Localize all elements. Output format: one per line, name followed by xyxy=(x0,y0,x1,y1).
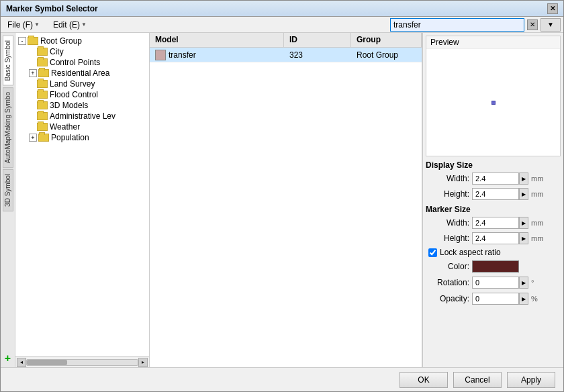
marker-size-section: Marker Size Width: ▶ mm Height: ▶ mm xyxy=(426,203,561,245)
marker-height-stepper-group: ▶ xyxy=(472,232,528,244)
tree-label-3d-models: 3D Models xyxy=(50,101,88,110)
tree-horizontal-scrollbar[interactable]: ◂ ▸ xyxy=(15,356,149,367)
display-width-input[interactable] xyxy=(472,173,519,185)
tree-label-residential: Residential Area xyxy=(51,68,109,78)
tree-item-3d-models[interactable]: 3D Models xyxy=(18,100,146,111)
opacity-row: Opacity: ▶ % xyxy=(426,292,561,305)
close-button[interactable]: ✕ xyxy=(547,3,558,14)
add-symbol-button[interactable]: + xyxy=(2,352,14,364)
tree-label-population: Population xyxy=(51,133,89,142)
tree-label-flood-control: Flood Control xyxy=(50,90,98,99)
color-label: Color: xyxy=(426,262,469,271)
rotation-label: Rotation: xyxy=(426,278,469,287)
opacity-stepper-group: ▶ xyxy=(472,293,528,305)
display-width-stepper[interactable]: ▶ xyxy=(519,173,528,185)
tree-panel: - Root Group City Control Points xyxy=(15,33,150,367)
tab-automapmaking-symbol[interactable]: AutoMapMaking Symbo xyxy=(3,87,13,168)
lock-aspect-label: Lock aspect ratio xyxy=(440,248,501,257)
tree-label-weather: Weather xyxy=(50,122,80,132)
display-width-stepper-group: ▶ xyxy=(472,173,528,185)
opacity-unit: % xyxy=(531,295,538,303)
list-row[interactable]: transfer 323 Root Group xyxy=(150,48,422,62)
marker-width-stepper[interactable]: ▶ xyxy=(519,217,528,229)
marker-height-label: Height: xyxy=(426,234,469,243)
scroll-left-button[interactable]: ◂ xyxy=(17,358,26,367)
preview-canvas xyxy=(426,49,560,156)
marker-height-row: Height: ▶ mm xyxy=(426,232,561,245)
marker-width-label: Width: xyxy=(426,218,469,228)
tree-item-population[interactable]: + Population xyxy=(18,132,146,143)
color-swatch[interactable] xyxy=(472,260,519,273)
tree-scroll-area[interactable]: - Root Group City Control Points xyxy=(15,33,149,356)
folder-icon-root xyxy=(28,37,38,45)
opacity-input[interactable] xyxy=(472,293,519,305)
display-size-section: Display Size Width: ▶ mm Height: ▶ mm xyxy=(426,159,561,201)
tree-item-root[interactable]: - Root Group xyxy=(18,36,146,46)
display-height-stepper[interactable]: ▶ xyxy=(519,188,528,200)
marker-width-stepper-group: ▶ xyxy=(472,217,528,229)
tab-basic-symbol[interactable]: Basic Symbol xyxy=(3,36,13,86)
col-header-id[interactable]: ID xyxy=(284,33,351,47)
display-height-label: Height: xyxy=(426,189,469,199)
rotation-input[interactable] xyxy=(472,277,519,289)
tree-item-control-points[interactable]: Control Points xyxy=(18,57,146,68)
rotation-unit: ° xyxy=(531,279,534,287)
lock-aspect-checkbox[interactable] xyxy=(428,248,437,257)
list-header: Model ID Group xyxy=(150,33,422,48)
display-height-unit: mm xyxy=(531,190,543,198)
apply-button[interactable]: Apply xyxy=(507,372,555,388)
folder-icon-administrative-lev xyxy=(37,112,48,120)
tree-item-flood-control[interactable]: Flood Control xyxy=(18,89,146,100)
tree-item-administrative-lev[interactable]: Administrative Lev xyxy=(18,111,146,121)
cancel-button[interactable]: Cancel xyxy=(453,372,502,388)
folder-icon-flood-control xyxy=(37,91,48,99)
display-height-row: Height: ▶ mm xyxy=(426,187,561,201)
title-bar: Marker Symbol Selector ✕ xyxy=(1,1,563,17)
opacity-label: Opacity: xyxy=(426,294,469,303)
tree-label-root: Root Group xyxy=(40,36,82,46)
main-window: Marker Symbol Selector ✕ File (F) ▼ Edit… xyxy=(0,0,564,392)
tree-item-weather[interactable]: Weather xyxy=(18,121,146,132)
rotation-stepper[interactable]: ▶ xyxy=(519,277,528,289)
right-panel: Preview Display Size Width: ▶ mm Heig xyxy=(422,33,563,367)
edit-menu[interactable]: Edit (E) ▼ xyxy=(49,19,91,31)
tree-item-land-survey[interactable]: Land Survey xyxy=(18,79,146,89)
marker-size-title: Marker Size xyxy=(426,205,561,214)
marker-height-input[interactable] xyxy=(472,232,519,244)
preview-label: Preview xyxy=(426,36,560,49)
scroll-right-button[interactable]: ▸ xyxy=(138,358,148,367)
marker-width-input[interactable] xyxy=(472,217,519,229)
list-cell-model-text: transfer xyxy=(169,50,196,60)
scrollbar-thumb[interactable] xyxy=(27,360,67,365)
tree-expand-residential[interactable]: + xyxy=(29,69,37,77)
tree-expand-root[interactable]: - xyxy=(18,37,26,45)
list-cell-id: 323 xyxy=(284,49,351,61)
tree-item-city[interactable]: City xyxy=(18,46,146,57)
display-height-input[interactable] xyxy=(472,188,519,200)
scrollbar-track[interactable] xyxy=(26,359,138,366)
display-width-row: Width: ▶ mm xyxy=(426,172,561,185)
folder-icon-3d-models xyxy=(37,101,48,109)
file-menu[interactable]: File (F) ▼ xyxy=(3,19,44,31)
marker-height-stepper[interactable]: ▶ xyxy=(519,232,528,244)
rotation-row: Rotation: ▶ ° xyxy=(426,276,561,289)
symbol-icon xyxy=(155,50,166,60)
col-header-group[interactable]: Group xyxy=(351,33,422,47)
search-options-button[interactable]: ▼ xyxy=(540,18,561,32)
rotation-stepper-group: ▶ xyxy=(472,277,528,289)
ok-button[interactable]: OK xyxy=(399,372,448,388)
folder-icon-population xyxy=(38,134,49,142)
opacity-stepper[interactable]: ▶ xyxy=(519,293,528,305)
search-clear-button[interactable]: ✕ xyxy=(527,19,538,30)
display-size-title: Display Size xyxy=(426,160,561,170)
display-height-stepper-group: ▶ xyxy=(472,188,528,200)
tab-3d-symbol[interactable]: 3D Symbol xyxy=(3,169,13,211)
folder-icon-residential xyxy=(38,69,49,77)
search-input[interactable] xyxy=(390,18,524,32)
tree-expand-population[interactable]: + xyxy=(29,134,37,142)
list-body[interactable]: transfer 323 Root Group xyxy=(150,48,422,367)
preview-symbol-dot xyxy=(491,101,496,105)
tree-item-residential-area[interactable]: + Residential Area xyxy=(18,68,146,79)
col-header-model[interactable]: Model xyxy=(150,33,284,47)
tree-label-land-survey: Land Survey xyxy=(50,79,95,89)
